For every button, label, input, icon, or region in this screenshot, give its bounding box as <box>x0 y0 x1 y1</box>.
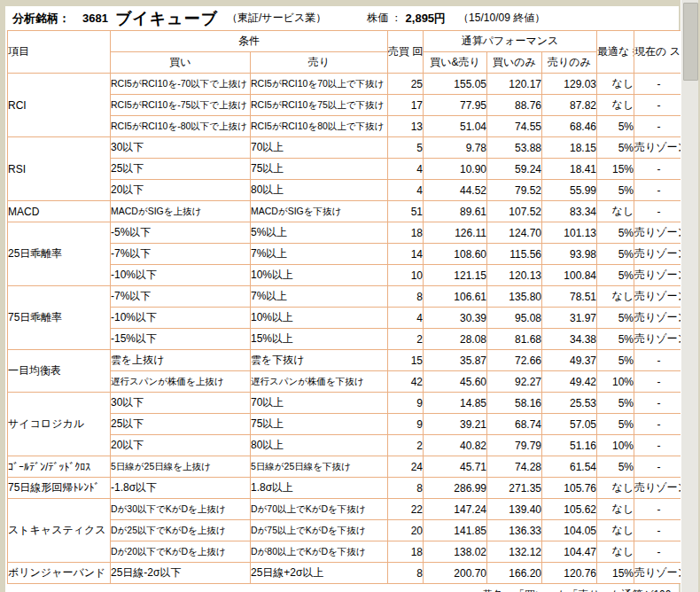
condition-sell: 遅行スパンが株価を下抜け <box>251 371 388 393</box>
perf-buy-and-sell: 51.04 <box>424 116 487 137</box>
perf-buy-and-sell: 44.52 <box>424 180 487 201</box>
table-row: ボリンジャーバンド25日線-2σ以下25日線+2σ以上8200.70166.20… <box>8 563 684 584</box>
perf-sell-only: 57.05 <box>542 414 597 435</box>
perf-buy-only: 79.79 <box>487 435 542 456</box>
trade-count: 4 <box>388 308 424 329</box>
col-header-status: 現在の ステータス <box>634 31 684 74</box>
current-status: - <box>634 371 684 393</box>
title-bar: 分析銘柄： 3681 ブイキューブ （東証/サービス業） 株価 ： 2,895円… <box>5 6 679 30</box>
condition-sell: 70以上 <box>251 137 388 159</box>
perf-buy-and-sell: 14.85 <box>424 393 487 414</box>
current-status: 売りゾーン <box>634 137 684 159</box>
perf-buy-only: 135.80 <box>487 286 542 308</box>
trade-count: 8 <box>388 286 424 308</box>
col-header-buy: 買い <box>111 52 251 74</box>
perf-buy-and-sell: 30.39 <box>424 308 487 329</box>
perf-buy-and-sell: 77.95 <box>424 95 487 116</box>
analysis-table: 項目 条件 売買 回数 通算パフォーマンス 最適な 損切り 現在の ステータス … <box>7 30 684 584</box>
perf-sell-only: 18.41 <box>542 159 597 180</box>
table-row: 一目均衡表雲を上抜け雲を下抜け1535.8772.6649.375%- <box>8 350 684 371</box>
current-status: 売りゾーン <box>634 329 684 350</box>
perf-buy-only: 136.33 <box>487 520 542 541</box>
optimal-stoploss: 5% <box>597 350 634 371</box>
perf-sell-only: 25.53 <box>542 393 597 414</box>
current-status: - <box>634 350 684 371</box>
perf-buy-only: 59.24 <box>487 159 542 180</box>
perf-buy-and-sell: 147.24 <box>424 499 487 520</box>
indicator-label: サイコロジカル <box>8 393 111 456</box>
condition-buy: Dが20以下でKがDを上抜け <box>111 541 251 563</box>
trade-count: 15 <box>388 350 424 371</box>
current-status: - <box>634 74 684 95</box>
condition-buy: -10%以下 <box>111 265 251 286</box>
table-row: RCIRCI5がRCI10を-70以下で上抜けRCI5がRCI10を70以上で下… <box>8 74 684 95</box>
optimal-stoploss: なし <box>597 541 634 563</box>
indicator-label: 75日乖離率 <box>8 286 111 350</box>
optimal-stoploss: 10% <box>597 371 634 393</box>
indicator-label: 25日乖離率 <box>8 222 111 286</box>
perf-buy-and-sell: 200.70 <box>424 563 487 584</box>
optimal-stoploss: 5% <box>597 116 634 137</box>
perf-sell-only: 129.03 <box>542 74 597 95</box>
perf-buy-and-sell: 89.61 <box>424 201 487 222</box>
indicator-label: MACD <box>8 201 111 222</box>
indicator-label: 一目均衡表 <box>8 350 111 393</box>
perf-buy-only: 81.68 <box>487 329 542 350</box>
perf-buy-only: 139.40 <box>487 499 542 520</box>
scrollbar-thumb[interactable] <box>683 3 698 81</box>
trade-count: 18 <box>388 222 424 244</box>
condition-sell: Dが80以上でKがDを下抜け <box>251 541 388 563</box>
current-status: - <box>634 435 684 456</box>
perf-buy-and-sell: 141.85 <box>424 520 487 541</box>
condition-buy: RCI5がRCI10を-75以下で上抜け <box>111 95 251 116</box>
perf-sell-only: 31.97 <box>542 308 597 329</box>
perf-buy-and-sell: 121.15 <box>424 265 487 286</box>
current-status: - <box>634 499 684 520</box>
col-header-sell-only: 売りのみ <box>542 52 597 74</box>
optimal-stoploss: なし <box>597 520 634 541</box>
perf-buy-only: 74.28 <box>487 456 542 478</box>
condition-buy: -1.8σ以下 <box>111 478 251 499</box>
perf-buy-only: 107.52 <box>487 201 542 222</box>
optimal-stoploss: 15% <box>597 159 634 180</box>
header-row-1: 項目 条件 売買 回数 通算パフォーマンス 最適な 損切り 現在の ステータス <box>8 31 684 52</box>
table-row: 75日乖離率-7%以下7%以上8106.61135.8078.51なし売りゾーン <box>8 286 684 308</box>
trade-count: 20 <box>388 520 424 541</box>
perf-buy-and-sell: 9.78 <box>424 137 487 159</box>
scrollbar[interactable] <box>681 0 698 592</box>
condition-sell: 5日線が25日線を下抜け <box>251 456 388 478</box>
condition-sell: 75以上 <box>251 159 388 180</box>
trade-count: 51 <box>388 201 424 222</box>
perf-sell-only: 49.42 <box>542 371 597 393</box>
perf-buy-and-sell: 138.02 <box>424 541 487 563</box>
trade-count: 24 <box>388 456 424 478</box>
col-header-buy-only: 買いのみ <box>487 52 542 74</box>
trade-count: 2 <box>388 329 424 350</box>
table-row: 75日線形回帰ﾄﾚﾝﾄﾞ-1.8σ以下1.8σ以上8286.99271.3510… <box>8 478 684 499</box>
condition-sell: 7%以上 <box>251 244 388 265</box>
stock-name: ブイキューブ <box>115 8 218 29</box>
perf-buy-only: 120.13 <box>487 265 542 286</box>
col-header-stoploss: 最適な 損切り <box>597 31 634 74</box>
condition-buy: RCI5がRCI10を-80以下で上抜け <box>111 116 251 137</box>
table-row: ｺﾞｰﾙﾃﾞﾝ/ﾃﾞｯﾄﾞｸﾛｽ5日線が25日線を上抜け5日線が25日線を下抜け… <box>8 456 684 478</box>
condition-buy: -15%以下 <box>111 329 251 350</box>
perf-sell-only: 68.46 <box>542 116 597 137</box>
optimal-stoploss: なし <box>597 74 634 95</box>
trade-count: 17 <box>388 95 424 116</box>
perf-sell-only: 104.05 <box>542 520 597 541</box>
perf-sell-only: 93.98 <box>542 244 597 265</box>
perf-buy-and-sell: 40.82 <box>424 435 487 456</box>
current-status: 売りゾーン <box>634 265 684 286</box>
perf-sell-only: 61.54 <box>542 456 597 478</box>
optimal-stoploss: なし <box>597 201 634 222</box>
condition-sell: 7%以上 <box>251 286 388 308</box>
perf-sell-only: 87.82 <box>542 95 597 116</box>
indicator-label: ｺﾞｰﾙﾃﾞﾝ/ﾃﾞｯﾄﾞｸﾛｽ <box>8 456 111 478</box>
condition-sell: RCI5がRCI10を75以上で下抜け <box>251 95 388 116</box>
indicator-label: RSI <box>8 137 111 201</box>
trade-count: 14 <box>388 244 424 265</box>
condition-buy: RCI5がRCI10を-70以下で上抜け <box>111 74 251 95</box>
condition-sell: MACDがSIGを下抜け <box>251 201 388 222</box>
perf-sell-only: 105.76 <box>542 478 597 499</box>
